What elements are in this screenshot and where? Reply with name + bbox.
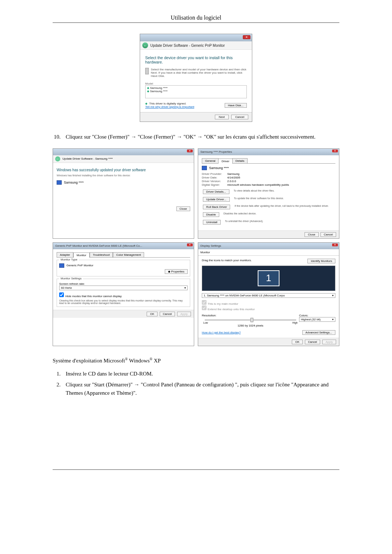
instruction-step-2: 2. Cliquez sur "Start (Démarrer)" → "Con… <box>53 381 339 397</box>
display-settings-dialog: Display Settings ✕ Monitor Drag the icon… <box>198 242 339 346</box>
close-icon[interactable]: ✕ <box>187 243 193 246</box>
cancel-button[interactable]: Cancel <box>231 115 248 119</box>
breadcrumb-row: ← Update Driver Software - Generic PnP M… <box>140 41 252 50</box>
close-button[interactable]: Close <box>176 206 190 211</box>
main-monitor-checkbox <box>202 300 207 305</box>
monitor-icon <box>57 180 62 185</box>
tab-monitor[interactable]: Monitor <box>198 249 339 256</box>
model-list[interactable]: ◆ Samsung **** ◆ Samsung **** <box>145 85 247 98</box>
titlebar: ✕ <box>53 149 194 155</box>
monitor-preview[interactable]: 1 <box>202 266 335 291</box>
driver-select-dialog: ✕ ← Update Driver Software - Generic PnP… <box>140 34 252 122</box>
monitor-icon <box>59 263 64 268</box>
colors-select[interactable]: Highest (32 bit) ▾ <box>299 317 335 322</box>
device-name: Samsung **** <box>209 166 229 170</box>
monitor-adapter-dialog: Generic PnP Monitor and NVIDIA GeForce 6… <box>53 242 194 346</box>
cancel-button[interactable]: Cancel <box>160 312 175 316</box>
disk-icon <box>145 68 149 74</box>
instruction-step-10: 10. Cliquez sur "Close (Fermer)" → "Clos… <box>53 133 339 141</box>
rollback-button[interactable]: Roll Back Driver <box>203 205 230 209</box>
back-icon[interactable]: ← <box>142 42 148 48</box>
dialog-headline: Select the device driver you want to ins… <box>145 56 247 64</box>
hide-modes-note: Clearing this check box allows you to se… <box>59 299 188 304</box>
titlebar: Generic PnP Monitor and NVIDIA GeForce 6… <box>53 243 194 249</box>
step-text: Cliquez sur "Close (Fermer)" → "Close (F… <box>66 133 339 141</box>
next-button[interactable]: Next <box>215 115 229 119</box>
model-item: ◆ Samsung **** <box>147 90 245 93</box>
close-button[interactable]: Close <box>305 232 318 237</box>
step-text: Cliquez sur "Start (Démarrer)" → "Contro… <box>66 381 339 397</box>
instruction-step-1: 1. Insérez le CD dans le lecteur CD-ROM. <box>53 370 339 378</box>
apply-button[interactable]: Apply <box>322 340 336 344</box>
shield-icon: ◆ <box>145 102 147 105</box>
step-number: 10. <box>53 133 61 141</box>
have-disk-button[interactable]: Have Disk... <box>225 103 247 108</box>
page-header: Utilisation du logiciel <box>53 15 339 23</box>
advanced-button[interactable]: Advanced Settings... <box>302 330 335 335</box>
cancel-button[interactable]: Cancel <box>305 340 320 344</box>
monitor-1-tile[interactable]: 1 <box>258 270 279 286</box>
breadcrumb-text: Update Driver Software - Generic PnP Mon… <box>150 44 225 48</box>
title-text: Samsung **** Properties <box>200 150 232 153</box>
close-icon[interactable]: ✕ <box>332 243 338 246</box>
apply-button[interactable]: Apply <box>177 312 191 316</box>
signing-link[interactable]: Tell me why driver signing is important <box>145 105 194 108</box>
step-number: 1. <box>53 370 61 378</box>
tab-adapter[interactable]: Adapter <box>57 252 73 257</box>
device-name: Samsung **** <box>64 181 84 184</box>
ok-button[interactable]: OK <box>147 312 158 316</box>
tab-troubleshoot[interactable]: Troubleshoot <box>90 252 113 257</box>
help-link[interactable]: How do I get the best display? <box>202 331 241 334</box>
step-text: Insérez le CD dans le lecteur CD-ROM. <box>66 370 339 378</box>
update-success-dialog: ✕ ← Update Driver Software - Samsung ***… <box>53 148 194 239</box>
tab-monitor[interactable]: Monitor <box>73 253 90 258</box>
update-driver-button[interactable]: Update Driver... <box>203 197 230 202</box>
page-footer-line <box>53 469 339 470</box>
close-icon[interactable]: ✕ <box>332 149 338 152</box>
tab-general[interactable]: General <box>202 158 219 163</box>
chevron-down-icon: ▾ <box>332 294 334 297</box>
close-icon[interactable]: ✕ <box>243 35 250 39</box>
resolution-slider[interactable] <box>205 319 296 321</box>
tab-details[interactable]: Details <box>232 158 248 163</box>
title-text: Generic PnP Monitor and NVIDIA GeForce 6… <box>55 244 142 247</box>
resolution-value: 1280 by 1024 pixels <box>202 324 299 327</box>
info-row: Select the manufacturer and model of you… <box>145 68 247 78</box>
success-subtext: Windows has finished installing the driv… <box>57 174 190 177</box>
hide-modes-checkbox[interactable] <box>59 292 64 297</box>
ok-button[interactable]: OK <box>292 340 303 344</box>
registered-icon: ® <box>150 357 152 361</box>
shield-icon: ◆ <box>168 270 170 273</box>
model-item: ◆ Samsung **** <box>147 86 245 90</box>
extend-desktop-checkbox <box>202 305 207 310</box>
properties-button[interactable]: ◆ Properties <box>165 269 188 274</box>
step-number: 2. <box>53 381 61 397</box>
signed-text: This driver is digitally signed. <box>149 102 186 105</box>
titlebar: Samsung **** Properties ✕ <box>198 149 339 155</box>
identify-button[interactable]: Identify Monitors <box>307 259 335 263</box>
group-monitor-settings: Monitor Settings <box>59 277 83 280</box>
driver-details-button[interactable]: Driver Details... <box>203 189 229 194</box>
chevron-down-icon: ▾ <box>184 286 186 290</box>
back-icon[interactable]: ← <box>55 156 60 161</box>
titlebar: Display Settings ✕ <box>198 243 339 249</box>
breadcrumb-text: Update Driver Software - Samsung **** <box>62 157 113 160</box>
disable-button[interactable]: Disable <box>203 212 219 217</box>
info-text: Select the manufacturer and model of you… <box>151 68 247 78</box>
group-monitor-type: Monitor Type <box>59 258 79 261</box>
titlebar: ✕ <box>140 34 252 41</box>
tab-color[interactable]: Color Management <box>113 252 144 257</box>
refresh-rate-select[interactable]: 60 Hertz ▾ <box>59 286 188 290</box>
colors-label: Colors: <box>299 314 335 317</box>
uninstall-button[interactable]: Uninstall <box>203 220 221 225</box>
registered-icon: ® <box>125 357 128 361</box>
model-label: Model <box>145 82 247 85</box>
drag-text: Drag the icons to match your monitors. <box>202 259 252 263</box>
monitor-icon <box>202 166 207 170</box>
monitor-select[interactable]: 1. Samsung **** on NVIDIA GeForce 6600 L… <box>202 293 335 298</box>
chevron-down-icon: ▾ <box>332 318 334 321</box>
close-icon[interactable]: ✕ <box>187 149 193 152</box>
cancel-button[interactable]: Cancel <box>320 232 336 237</box>
tab-driver[interactable]: Driver <box>218 159 232 164</box>
success-headline: Windows has successfully updated your dr… <box>57 168 190 172</box>
